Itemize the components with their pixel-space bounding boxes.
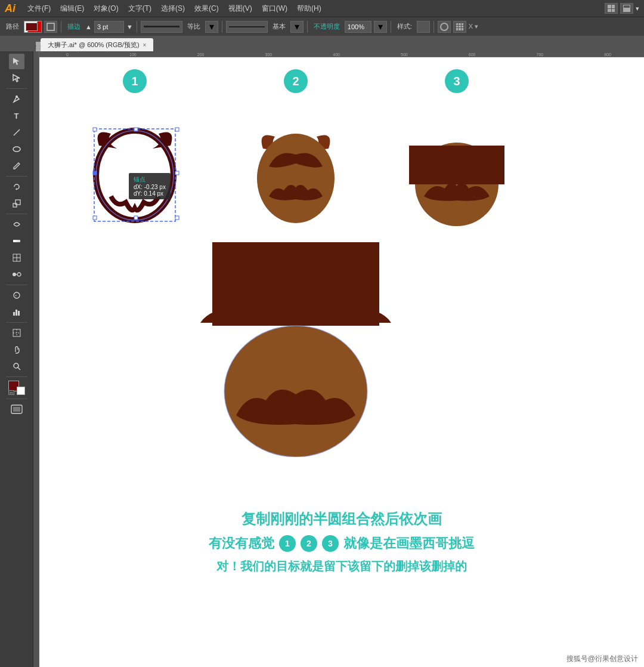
- toolbar: 路径 描边 ▲ ▼ 等比 ▾ 基本 ▾ 不透明度 ▾ 样式: X ▾: [0, 17, 644, 36]
- style-preview[interactable]: [226, 21, 268, 33]
- type-tool[interactable]: T: [9, 108, 24, 123]
- menu-object[interactable]: 对象(O): [89, 2, 123, 15]
- svg-rect-33: [175, 216, 179, 220]
- earth-icon[interactable]: [438, 21, 451, 33]
- instruction-line1: 复制刚刚的半圆组合然后依次画: [242, 509, 442, 529]
- svg-point-20: [14, 363, 18, 368]
- svg-point-39: [224, 326, 367, 457]
- stroke-arrow-up[interactable]: ▲: [85, 23, 92, 30]
- svg-line-21: [18, 368, 20, 370]
- tab-close-button[interactable]: ×: [143, 42, 147, 48]
- svg-text:*: *: [15, 294, 17, 299]
- hand-tool[interactable]: [9, 342, 24, 357]
- svg-point-10: [17, 273, 21, 276]
- grid-icon[interactable]: [453, 21, 466, 33]
- svg-point-2: [13, 147, 20, 152]
- svg-rect-23: [13, 407, 20, 412]
- instruction-line2: 有没有感觉 1 2 3 就像是在画墨西哥挑逗: [209, 535, 475, 552]
- svg-rect-28: [175, 128, 179, 131]
- svg-rect-37: [409, 146, 504, 184]
- step3-column: 3: [397, 69, 516, 229]
- opacity-input[interactable]: [345, 21, 371, 33]
- app-logo: Ai: [5, 2, 16, 15]
- tab-bar: ⋮⋮ 大狮子.ai* @ 600% (RGB/预览) ×: [0, 36, 644, 51]
- menu-text[interactable]: 文字(T): [123, 2, 156, 15]
- scale-tool[interactable]: [9, 196, 24, 211]
- svg-point-9: [13, 273, 16, 276]
- document-canvas: 1: [39, 57, 644, 667]
- svg-rect-5: [13, 240, 20, 242]
- menu-file[interactable]: 文件(F): [23, 2, 55, 15]
- workspace-icon[interactable]: [605, 3, 618, 14]
- blend-tool[interactable]: [9, 267, 24, 282]
- svg-rect-16: [18, 311, 20, 316]
- gradient-tool[interactable]: [9, 233, 24, 249]
- workspace-label: ▾: [636, 5, 639, 13]
- document-tab[interactable]: 大狮子.ai* @ 600% (RGB/预览) ×: [41, 38, 153, 51]
- pencil-tool[interactable]: [9, 158, 24, 174]
- warp-tool[interactable]: [9, 217, 24, 232]
- style-swatch[interactable]: [417, 21, 430, 33]
- arrangement-icon[interactable]: [620, 3, 633, 14]
- stroke-type-selector[interactable]: [44, 21, 57, 33]
- style-label2: 样式:: [395, 22, 414, 31]
- menu-edit[interactable]: 编辑(E): [55, 2, 89, 15]
- svg-line-1: [14, 129, 20, 135]
- path-label: 路径: [4, 22, 21, 31]
- opacity-label: 不透明度: [311, 22, 342, 31]
- large-figure: [188, 230, 403, 457]
- step3-number: 3: [445, 69, 469, 93]
- tab-title: 大狮子.ai* @ 600% (RGB/预览): [48, 41, 140, 50]
- stroke-arrow-down[interactable]: ▼: [126, 23, 133, 30]
- svg-rect-15: [16, 310, 17, 316]
- zoom-tool[interactable]: [9, 359, 24, 374]
- svg-rect-30: [175, 171, 179, 175]
- tooltip: 锚点 dX: -0.23 px dY: 0.14 px: [129, 173, 171, 199]
- stroke-color-selector[interactable]: [24, 21, 42, 33]
- inline-circle-2: 2: [301, 535, 317, 552]
- stroke-value-input[interactable]: [94, 21, 124, 33]
- column-graph-tool[interactable]: [9, 304, 24, 320]
- menu-select[interactable]: 选择(S): [156, 2, 190, 15]
- svg-point-0: [16, 95, 18, 98]
- menu-view[interactable]: 视图(V): [224, 2, 257, 15]
- draw-mode-tool[interactable]: [9, 402, 24, 417]
- inline-circle-1: 1: [279, 535, 296, 552]
- rotate-tool[interactable]: [9, 179, 24, 194]
- svg-rect-26: [93, 128, 97, 131]
- toolbox: T *: [0, 51, 33, 667]
- menu-window[interactable]: 窗口(W): [257, 2, 292, 15]
- selection-tool[interactable]: [9, 54, 24, 69]
- ruler-left: [33, 51, 39, 667]
- step2-number: 2: [284, 69, 308, 93]
- color-swatches[interactable]: ↔: [8, 381, 25, 395]
- footer-watermark: 搜狐号@衍果创意设计: [566, 654, 638, 664]
- main-area: T *: [0, 51, 644, 667]
- ruler-top: 0100200300400500600700800: [33, 51, 644, 57]
- symbol-tool[interactable]: *: [9, 288, 24, 303]
- instruction-line3: 对！我们的目标就是留下该留下的删掉该删掉的: [216, 558, 467, 575]
- step2-column: 2: [236, 69, 355, 229]
- step1-column: 1: [75, 69, 194, 229]
- style-arrow[interactable]: ▾: [290, 21, 304, 33]
- svg-rect-14: [13, 312, 15, 316]
- svg-point-35: [257, 134, 335, 223]
- slice-tool[interactable]: [9, 325, 24, 341]
- svg-rect-32: [134, 216, 138, 220]
- line-tool[interactable]: [9, 125, 24, 140]
- menu-effect[interactable]: 效果(C): [190, 2, 224, 15]
- canvas-area: 0100200300400500600700800 1: [33, 51, 644, 667]
- mesh-tool[interactable]: [9, 250, 24, 265]
- stroke-label: 描边: [65, 22, 83, 31]
- direct-selection-tool[interactable]: [9, 70, 24, 86]
- stroke-style-preview[interactable]: [141, 21, 182, 33]
- instructions-text: 复制刚刚的半圆组合然后依次画 有没有感觉 1 2 3 就像是在画墨西哥挑逗 对！…: [39, 509, 644, 575]
- more-options[interactable]: X ▾: [469, 23, 478, 30]
- menu-help[interactable]: 帮助(H): [292, 2, 326, 15]
- svg-rect-4: [16, 200, 20, 205]
- pen-tool[interactable]: [9, 91, 24, 107]
- shape-tool[interactable]: [9, 141, 24, 157]
- blend-arrow[interactable]: ▾: [205, 21, 218, 33]
- opacity-arrow[interactable]: ▾: [374, 21, 387, 33]
- inline-circle-3: 3: [322, 535, 339, 552]
